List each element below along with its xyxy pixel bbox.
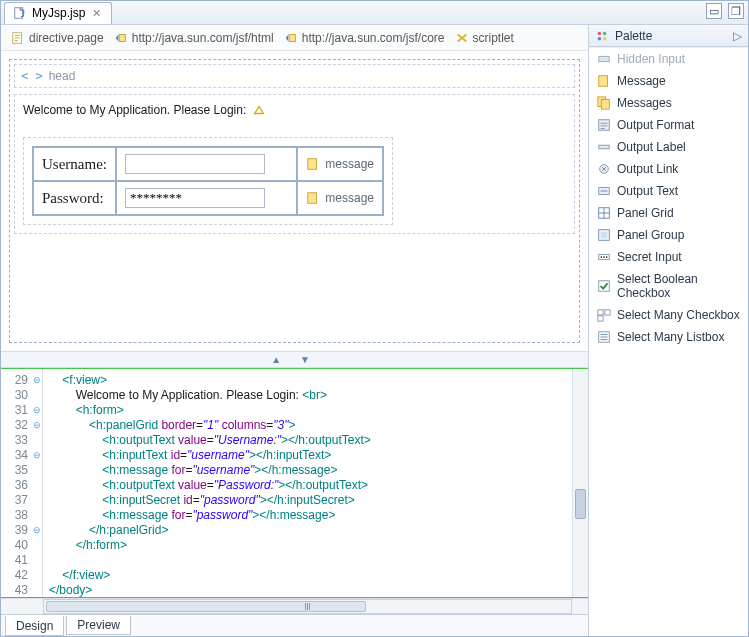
svg-rect-11 [599, 56, 610, 61]
code-content[interactable]: <f:view> Welcome to My Application. Plea… [43, 369, 572, 597]
scriptlet-icon [455, 31, 469, 45]
design-canvas[interactable]: < > head Welcome to My Application. Plea… [1, 51, 588, 351]
component-icon [597, 250, 611, 264]
head-section[interactable]: < > head [14, 64, 575, 88]
maximize-button[interactable]: ❐ [728, 3, 744, 19]
form-container[interactable]: Username: message Password: [23, 137, 393, 225]
svg-point-7 [598, 31, 602, 35]
palette-icon [595, 29, 609, 43]
palette-item[interactable]: Messages [589, 92, 748, 114]
palette-item[interactable]: Panel Group [589, 224, 748, 246]
palette-item[interactable]: Hidden Input [589, 47, 748, 70]
username-message: message [297, 147, 383, 181]
close-tab-icon[interactable]: ✕ [90, 7, 103, 20]
toolbar-scriptlet[interactable]: scriptlet [455, 31, 514, 45]
horizontal-scrollbar[interactable]: Ⅲ [43, 599, 572, 614]
jsp-file-icon: Ｊ [13, 6, 27, 20]
palette-item[interactable]: Secret Input [589, 246, 748, 268]
username-input[interactable] [125, 154, 265, 174]
palette-item-label: Output Label [617, 140, 686, 154]
palette-list: Hidden InputMessageMessagesOutput Format… [589, 47, 748, 636]
palette-panel: Palette ▷ Hidden InputMessageMessagesOut… [589, 25, 748, 636]
palette-title: Palette [615, 29, 652, 43]
palette-item[interactable]: Message [589, 70, 748, 92]
minimize-button[interactable]: ▭ [706, 3, 722, 19]
taglib-icon [284, 31, 298, 45]
svg-rect-3 [119, 34, 125, 41]
svg-point-24 [603, 256, 605, 258]
toolbar-directive[interactable]: directive.page [11, 31, 104, 45]
split-handle[interactable]: ▲ ▼ [1, 351, 588, 368]
message-icon [306, 157, 320, 171]
palette-item[interactable]: Select Boolean Checkbox [589, 268, 748, 304]
taglib-icon [114, 31, 128, 45]
palette-item[interactable]: Select Many Checkbox [589, 304, 748, 326]
tab-preview[interactable]: Preview [66, 616, 131, 635]
component-icon [597, 206, 611, 220]
line-gutter: 29303132333435363738394041424344 [1, 369, 43, 597]
toolbar-jsf-core[interactable]: http://java.sun.com/jsf/core [284, 31, 445, 45]
palette-item-label: Secret Input [617, 250, 682, 264]
palette-item[interactable]: Output Text [589, 180, 748, 202]
source-editor[interactable]: 29303132333435363738394041424344 <f:view… [1, 368, 588, 598]
welcome-text: Welcome to My Application. Please Login: [23, 103, 566, 117]
palette-item-label: Hidden Input [617, 52, 685, 66]
svg-rect-4 [289, 34, 295, 41]
palette-item-label: Output Text [617, 184, 678, 198]
palette-item[interactable]: Output Label [589, 136, 748, 158]
svg-rect-5 [308, 159, 317, 170]
svg-rect-16 [599, 145, 610, 149]
palette-item[interactable]: Panel Grid [589, 202, 748, 224]
svg-rect-21 [601, 232, 608, 239]
editor-mode-tabs: Design Preview [1, 614, 588, 636]
app-window: Ｊ MyJsp.jsp ✕ ▭ ❐ directive.page [0, 0, 749, 637]
tab-design[interactable]: Design [5, 615, 64, 636]
palette-item[interactable]: Output Format [589, 114, 748, 136]
palette-header[interactable]: Palette ▷ [589, 25, 748, 47]
svg-point-8 [603, 31, 607, 35]
password-message: message [297, 181, 383, 215]
vertical-scrollbar[interactable] [572, 369, 588, 597]
palette-item-label: Output Link [617, 162, 678, 176]
palette-item-label: Select Many Checkbox [617, 308, 740, 322]
toolbar-label: directive.page [29, 31, 104, 45]
editor-tab-label: MyJsp.jsp [32, 6, 85, 20]
component-icon [597, 308, 611, 322]
toolbar-label: scriptlet [473, 31, 514, 45]
palette-item-label: Messages [617, 96, 672, 110]
svg-rect-26 [599, 281, 610, 292]
toolbar-label: http://java.sun.com/jsf/core [302, 31, 445, 45]
body-section[interactable]: Welcome to My Application. Please Login:… [14, 94, 575, 234]
svg-rect-6 [308, 193, 317, 204]
component-icon [597, 330, 611, 344]
svg-point-23 [601, 256, 603, 258]
head-tag-icon: < > [21, 69, 43, 83]
username-label: Username: [42, 156, 107, 173]
scrollbar-thumb[interactable] [575, 489, 586, 519]
editor-tabbar: Ｊ MyJsp.jsp ✕ ▭ ❐ [1, 1, 748, 25]
component-icon [597, 118, 611, 132]
toolbar-label: http://java.sun.com/jsf/html [132, 31, 274, 45]
palette-item[interactable]: Output Link [589, 158, 748, 180]
component-icon [597, 184, 611, 198]
editor-tab[interactable]: Ｊ MyJsp.jsp ✕ [4, 2, 112, 24]
palette-item[interactable]: Select Many Listbox [589, 326, 748, 348]
svg-text:Ｊ: Ｊ [17, 7, 28, 19]
palette-item-label: Panel Grid [617, 206, 674, 220]
jsf-toolbar: directive.page http://java.sun.com/jsf/h… [1, 25, 588, 51]
toolbar-jsf-html[interactable]: http://java.sun.com/jsf/html [114, 31, 274, 45]
scrollbar-thumb[interactable] [46, 601, 366, 612]
component-icon [597, 279, 611, 293]
component-icon [597, 96, 611, 110]
page-directive-icon [11, 31, 25, 45]
editor-pane: directive.page http://java.sun.com/jsf/h… [1, 25, 589, 636]
svg-rect-27 [598, 310, 603, 315]
palette-item-label: Select Boolean Checkbox [617, 272, 740, 300]
palette-item-label: Panel Group [617, 228, 684, 242]
component-icon [597, 162, 611, 176]
panel-grid: Username: message Password: [32, 146, 384, 216]
palette-expand-icon[interactable]: ▷ [733, 29, 742, 43]
password-input[interactable] [125, 188, 265, 208]
caret-marker-icon [252, 103, 266, 117]
svg-point-25 [606, 256, 608, 258]
